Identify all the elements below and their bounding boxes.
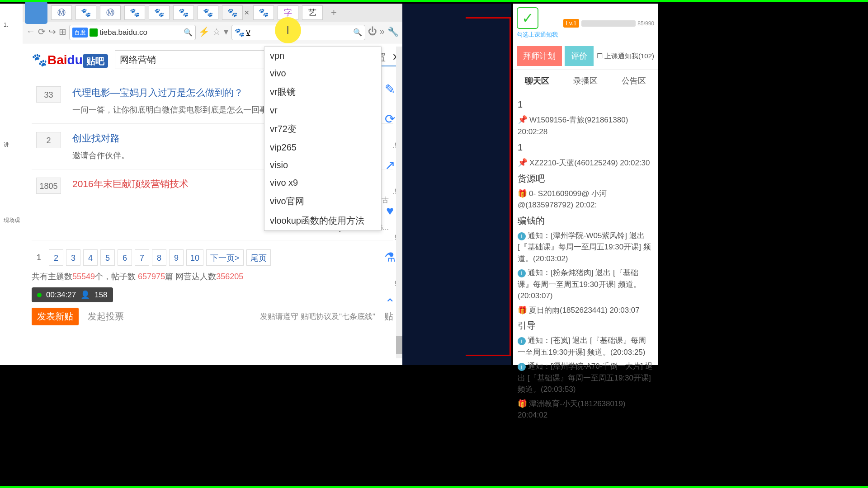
- search-suggestions-dropdown: vpn vivo vr眼镜 vr vr72变 vip265 visio vivo…: [264, 47, 382, 231]
- chat-messages: 1 📌W1509156-青旅(921861380) 20:02:28 1 📌XZ…: [513, 92, 658, 427]
- gift-icon: 🎁: [518, 399, 527, 408]
- suggestion-item[interactable]: vip265: [264, 139, 381, 156]
- tab-8-active[interactable]: 🐾: [222, 5, 243, 20]
- posting-rules: 发贴请遵守 贴吧协议及"七条底线": [260, 311, 375, 322]
- recording-timer: 00:34:27 👤 158: [32, 287, 113, 302]
- next-page[interactable]: 下一页>: [206, 249, 244, 266]
- post-reply-count: 33: [36, 86, 61, 103]
- dropdown-icon[interactable]: ▾: [223, 26, 229, 39]
- info-icon: i: [518, 363, 526, 371]
- page-1[interactable]: 1: [32, 249, 46, 266]
- info-icon: i: [518, 232, 526, 240]
- tab-9[interactable]: 🐾: [253, 5, 274, 20]
- page-3[interactable]: 3: [66, 249, 80, 266]
- back-button[interactable]: ←: [26, 26, 35, 39]
- level-badge: Lv.1: [563, 19, 580, 28]
- info-icon: i: [518, 269, 526, 277]
- chat-panel: ✓ 勾选上课通知我 Lv.1 85/990 拜师计划 评价 ☐ 上课通知我(10…: [513, 4, 658, 365]
- gift-icon: 🎁: [518, 306, 527, 314]
- suggestion-item[interactable]: vivo官网: [264, 192, 381, 211]
- gift-icon: 🎁: [518, 189, 527, 198]
- tab-1[interactable]: Ⓜ: [51, 5, 72, 20]
- viewer-count: 158: [94, 291, 107, 300]
- highlight-frame: [466, 17, 511, 356]
- bottom-actions: 发表新贴 发起投票 发贴请遵守 贴吧协议及"七条底线" 贴: [32, 308, 393, 325]
- cert-icon: [90, 28, 98, 37]
- left-text2: 现场观: [4, 216, 20, 224]
- search-in-addr-icon[interactable]: 🔍: [184, 28, 193, 37]
- people-icon: 👤: [80, 290, 90, 300]
- wrench-icon[interactable]: 🔧: [387, 26, 399, 39]
- page-5[interactable]: 5: [100, 249, 115, 266]
- baidu-tieba-logo[interactable]: 🐾Baidu贴吧: [32, 52, 108, 67]
- rate-button[interactable]: 评价: [565, 46, 594, 66]
- notify-checkbox[interactable]: ☐ 上课通知我(102): [597, 52, 654, 61]
- tab-chat[interactable]: 聊天区: [513, 70, 561, 92]
- xp-text: 85/990: [637, 20, 654, 27]
- tab-4[interactable]: 🐾: [124, 5, 145, 20]
- tab-2[interactable]: 🐾: [75, 5, 96, 20]
- more-icon[interactable]: »: [380, 26, 385, 39]
- profile-avatar[interactable]: [25, 1, 47, 24]
- pin-icon: 📌: [518, 158, 528, 167]
- power-icon[interactable]: ⏻: [368, 26, 377, 39]
- forum-stats: 共有主题数55549个，帖子数 657975篇 网营达人数356205: [32, 271, 393, 282]
- elapsed-time: 00:34:27: [46, 291, 76, 300]
- forward-button[interactable]: ↪: [48, 26, 56, 39]
- vote-button[interactable]: 发起投票: [88, 310, 124, 323]
- new-tab-button[interactable]: +: [326, 7, 341, 19]
- addr-provider: 百度: [72, 28, 88, 38]
- suggestion-item[interactable]: vivo x9: [264, 174, 381, 192]
- flash-icon[interactable]: ⚡: [198, 26, 210, 39]
- tab-recording[interactable]: 录播区: [561, 70, 610, 92]
- paw-icon: 🐾: [235, 28, 245, 38]
- chat-tabs: 聊天区 录播区 公告区: [513, 70, 658, 92]
- address-bar[interactable]: 百度 tieba.baidu.co 🔍: [69, 25, 196, 40]
- page-6[interactable]: 6: [118, 249, 132, 266]
- info-icon: i: [518, 337, 526, 345]
- page-9[interactable]: 9: [169, 249, 184, 266]
- grid-icon[interactable]: ⊞: [59, 26, 66, 39]
- suggestion-item[interactable]: vpn: [264, 47, 381, 65]
- text-cursor-highlight: I: [275, 17, 301, 43]
- tab-11[interactable]: 艺: [302, 5, 323, 20]
- suggestion-item[interactable]: vr: [264, 102, 381, 119]
- last-page[interactable]: 尾页: [246, 249, 271, 266]
- suggestion-item[interactable]: vlookup函数的使用方法: [264, 211, 381, 230]
- tab-6[interactable]: 🐾: [173, 5, 194, 20]
- search-icon[interactable]: 🔍: [353, 28, 362, 37]
- suggestion-item[interactable]: vr眼镜: [264, 82, 381, 102]
- scroll-thumb[interactable]: [396, 336, 402, 354]
- reload-button[interactable]: ⟳: [38, 26, 46, 39]
- mentor-plan-button[interactable]: 拜师计划: [517, 46, 562, 66]
- suggestion-item[interactable]: vr72变: [264, 119, 381, 139]
- new-post-button[interactable]: 发表新贴: [32, 308, 79, 325]
- video-panel: [402, 4, 511, 365]
- search-box[interactable]: 🐾 I 🔍: [231, 25, 365, 40]
- star-icon[interactable]: ☆: [212, 26, 221, 39]
- pagination: 1 2 3 4 5 6 7 8 9 10 下一页> 尾页: [32, 249, 393, 266]
- left-num: 1.: [4, 22, 20, 28]
- page-8[interactable]: 8: [152, 249, 166, 266]
- tab-7[interactable]: 🐾: [198, 5, 218, 20]
- post-reply-count: 2: [36, 132, 61, 148]
- page-2[interactable]: 2: [49, 249, 63, 266]
- suggestion-item[interactable]: vivo: [264, 65, 381, 82]
- suggestion-item[interactable]: visio: [264, 156, 381, 174]
- check-icon: ✓: [517, 7, 538, 29]
- url-text: tieba.baidu.co: [99, 28, 182, 37]
- left-text: 讲: [4, 141, 20, 149]
- tab-5[interactable]: 🐾: [149, 5, 170, 20]
- tab-announce[interactable]: 公告区: [609, 70, 658, 92]
- tab-close-icon[interactable]: ✕: [244, 9, 250, 16]
- page-4[interactable]: 4: [83, 249, 98, 266]
- scrollbar[interactable]: [396, 47, 402, 358]
- checkbox-label[interactable]: 勾选上课通知我: [517, 31, 558, 39]
- left-sidebar: 1. 讲 现场观: [0, 4, 23, 365]
- page-10[interactable]: 10: [186, 249, 203, 266]
- page-7[interactable]: 7: [135, 249, 149, 266]
- tab-3[interactable]: Ⓜ: [100, 5, 121, 20]
- xp-progress: [581, 20, 636, 27]
- pin-icon: 📌: [518, 115, 528, 124]
- browser-window: Ⓜ 🐾 Ⓜ 🐾 🐾 🐾 🐾 🐾 ✕ 🐾 字 艺 + ← ⟳ ↪ ⊞ 百度 tie…: [23, 4, 402, 365]
